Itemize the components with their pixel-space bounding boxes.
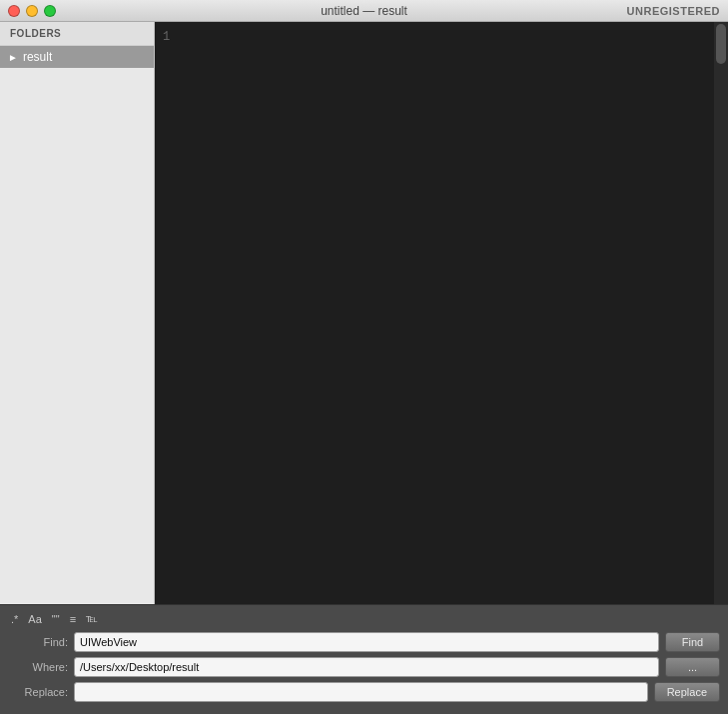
quote-toggle[interactable]: "" [49,612,63,626]
where-input[interactable] [74,657,659,677]
line-number-1: 1 [163,30,170,44]
sidebar-header: FOLDERS [0,22,154,46]
list-toggle[interactable]: ≡ [67,612,79,626]
toolbar-icons-row: .* Aa "" ≡ ℡ [8,611,720,626]
minimize-button[interactable] [26,5,38,17]
sidebar-item-result[interactable]: ► result [0,46,154,68]
regex-toggle[interactable]: .* [8,612,21,626]
replace-button[interactable]: Replace [654,682,720,702]
replace-row: Replace: Replace [8,682,720,702]
main-layout: FOLDERS ► result 1 [0,22,728,604]
box-toggle[interactable]: ℡ [83,611,101,626]
where-button[interactable]: ... [665,657,720,677]
replace-input[interactable] [74,682,648,702]
maximize-button[interactable] [44,5,56,17]
find-row: Find: Find [8,632,720,652]
bottom-toolbar: .* Aa "" ≡ ℡ Find: Find Where: ... Repla… [0,604,728,714]
find-label: Find: [8,636,68,648]
where-label: Where: [8,661,68,673]
case-toggle[interactable]: Aa [25,612,44,626]
replace-label: Replace: [8,686,68,698]
line-numbers: 1 [155,22,190,604]
titlebar: untitled — result UNREGISTERED [0,0,728,22]
find-input[interactable] [74,632,659,652]
expand-arrow-icon: ► [8,52,18,63]
window-title: untitled — result [321,4,407,18]
sidebar: FOLDERS ► result [0,22,155,604]
sidebar-item-label: result [23,50,52,64]
editor-content[interactable] [190,22,728,604]
registration-status: UNREGISTERED [627,5,720,17]
find-button[interactable]: Find [665,632,720,652]
window-controls[interactable] [8,5,56,17]
scrollbar[interactable] [714,22,728,604]
scrollbar-thumb[interactable] [716,24,726,64]
editor-area[interactable]: 1 [155,22,728,604]
close-button[interactable] [8,5,20,17]
where-row: Where: ... [8,657,720,677]
